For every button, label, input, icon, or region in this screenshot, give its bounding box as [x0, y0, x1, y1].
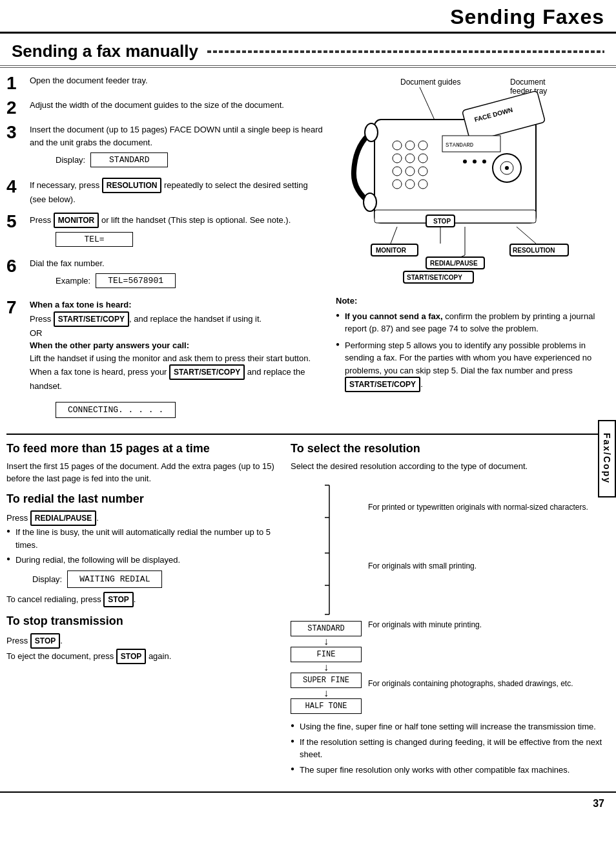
- resolution-items-list: Using the fine, super fine or half tone …: [291, 720, 610, 776]
- step-7: 7 When a fax tone is heard: Press START/…: [6, 298, 323, 418]
- resolution-boxes: STANDARD ↓ FINE ↓ SUPER FINE ↓ HALF TONE: [291, 479, 362, 714]
- res-box-fine: FINE: [291, 647, 362, 662]
- step-6: 6 Dial the fax number. Example: TEL=5678…: [6, 257, 323, 293]
- resolution-descriptions: For printed or typewritten originals wit…: [368, 479, 588, 714]
- page-header: Sending Faxes: [0, 0, 616, 34]
- svg-point-9: [364, 193, 376, 211]
- step-content-2: Adjust the width of the document guides …: [30, 99, 323, 112]
- display-row-tel: TEL=: [56, 232, 323, 247]
- feed-body: Insert the first 15 pages of the documen…: [6, 460, 278, 485]
- stop-title: To stop transmission: [6, 614, 278, 629]
- step-num-7: 7: [6, 298, 30, 317]
- step-content-5: Press MONITOR or lift the handset (This …: [30, 213, 323, 251]
- stop-body: Press STOP. To eject the document, press…: [6, 633, 278, 664]
- display-row-standard: Display: STANDARD: [56, 152, 323, 167]
- stop-key-3: STOP: [116, 649, 146, 664]
- svg-point-8: [365, 123, 378, 141]
- resolution-table: STANDARD ↓ FINE ↓ SUPER FINE ↓ HALF TONE…: [291, 479, 610, 714]
- step-content-4: If necessary, press RESOLUTION repeatedl…: [30, 178, 323, 206]
- svg-text:MONITOR: MONITOR: [376, 247, 407, 254]
- res-desc-half-tone: For originals containing photographs, sh…: [368, 678, 588, 689]
- svg-line-3: [420, 87, 436, 123]
- svg-point-14: [406, 154, 415, 163]
- start-set-copy-key-1: START/SET/COPY: [54, 311, 129, 327]
- svg-point-29: [505, 166, 509, 170]
- page-title: Sending Faxes: [0, 5, 604, 29]
- step-content-1: Open the document feeder tray.: [30, 74, 323, 87]
- res-arrow-2: ↓: [323, 662, 329, 673]
- svg-line-33: [391, 227, 397, 244]
- resolution-notes: Using the fine, super fine or half tone …: [291, 720, 610, 776]
- res-note-3: The super fine resolution only works wit…: [291, 764, 610, 777]
- connecting-display-row: CONNECTING. . . . .: [30, 398, 323, 418]
- svg-text:START/SET/COPY: START/SET/COPY: [407, 274, 462, 281]
- svg-point-13: [393, 154, 402, 163]
- step-content-6: Dial the fax number. Example: TEL=567890…: [30, 257, 323, 293]
- step-num-3: 3: [6, 123, 30, 141]
- res-desc-super-fine: For originals with minute printing.: [368, 620, 588, 631]
- display-label-waiting: Display:: [32, 573, 62, 586]
- svg-point-15: [418, 154, 427, 163]
- step-3: 3 Insert the document (up to 15 pages) F…: [6, 123, 323, 171]
- step-num-5: 5: [6, 213, 30, 231]
- svg-text:REDIAL/PAUSE: REDIAL/PAUSE: [430, 260, 478, 267]
- svg-point-18: [418, 167, 427, 176]
- svg-point-10: [393, 141, 402, 150]
- stop-key-2: STOP: [30, 633, 60, 649]
- step-num-6: 6: [6, 257, 30, 275]
- svg-point-21: [418, 180, 427, 189]
- side-tab: Fax/Copy: [598, 420, 616, 497]
- note-title: Note:: [336, 295, 610, 308]
- waiting-redial-row: Display: WAITING REDIAL: [32, 570, 278, 589]
- note-item-1: If you cannot send a fax, confirm the pr…: [336, 310, 610, 335]
- display-box-tel: TEL=: [56, 232, 133, 247]
- svg-point-11: [406, 141, 415, 150]
- resolution-body: Select the desired resolution according …: [291, 460, 610, 473]
- svg-text:STANDARD: STANDARD: [446, 142, 473, 149]
- redial-list: If the line is busy, the unit will autom…: [6, 526, 278, 567]
- display-box-standard: STANDARD: [90, 152, 168, 167]
- step-num-4: 4: [6, 178, 30, 196]
- step-5: 5 Press MONITOR or lift the handset (Thi…: [6, 213, 323, 251]
- svg-text:Document: Document: [510, 78, 546, 87]
- display-row-example: Example: TEL=5678901: [56, 273, 323, 288]
- stop-key-1: STOP: [103, 592, 133, 607]
- svg-line-35: [517, 227, 536, 244]
- res-box-half-tone: HALF TONE: [291, 698, 362, 714]
- left-column: 1 Open the document feeder tray. 2 Adjus…: [6, 74, 329, 424]
- bottom-area: To feed more than 15 pages at a time Ins…: [0, 441, 616, 783]
- page-number: 37: [0, 791, 616, 815]
- svg-point-12: [418, 141, 427, 150]
- section-divider: [6, 434, 610, 435]
- display-label-example: Example:: [56, 276, 90, 286]
- res-box-super-fine: SUPER FINE: [291, 673, 362, 688]
- display-box-example: TEL=5678901: [96, 273, 176, 288]
- step-content-3: Insert the document (up to 15 pages) FAC…: [30, 123, 323, 171]
- connecting-display: CONNECTING. . . . .: [56, 402, 176, 418]
- svg-point-17: [406, 167, 415, 176]
- step-2: 2 Adjust the width of the document guide…: [6, 99, 323, 117]
- res-desc-fine: For originals with small printing.: [368, 561, 588, 572]
- svg-point-16: [393, 167, 402, 176]
- step-num-2: 2: [6, 99, 30, 117]
- note-list: If you cannot send a fax, confirm the pr…: [336, 310, 610, 393]
- svg-point-24: [463, 160, 467, 163]
- redial-key-1: REDIAL/PAUSE: [30, 510, 96, 526]
- redial-title: To redial the last number: [6, 492, 278, 507]
- start-set-copy-key-2: START/SET/COPY: [169, 364, 245, 380]
- bottom-right: To select the resolution Select the desi…: [291, 441, 610, 783]
- step-4: 4 If necessary, press RESOLUTION repeate…: [6, 178, 323, 206]
- redial-item-2: During redial, the following will be dis…: [6, 554, 278, 567]
- res-box-standard: STANDARD: [291, 621, 362, 636]
- section-title: Sending a fax manually: [0, 34, 616, 68]
- resolution-key: RESOLUTION: [102, 178, 162, 193]
- note-item-2: Performing step 5 allows you to identify…: [336, 339, 610, 393]
- note-box: Note: If you cannot send a fax, confirm …: [336, 295, 610, 392]
- main-content: 1 Open the document feeder tray. 2 Adjus…: [0, 74, 616, 424]
- feed-title: To feed more than 15 pages at a time: [6, 441, 278, 456]
- res-note-2: If the resolution setting is changed dur…: [291, 736, 610, 761]
- svg-text:Document guides: Document guides: [400, 78, 460, 87]
- start-set-copy-note: START/SET/COPY: [345, 377, 420, 392]
- redial-item-1: If the line is busy, the unit will autom…: [6, 526, 278, 551]
- step-1: 1 Open the document feeder tray.: [6, 74, 323, 92]
